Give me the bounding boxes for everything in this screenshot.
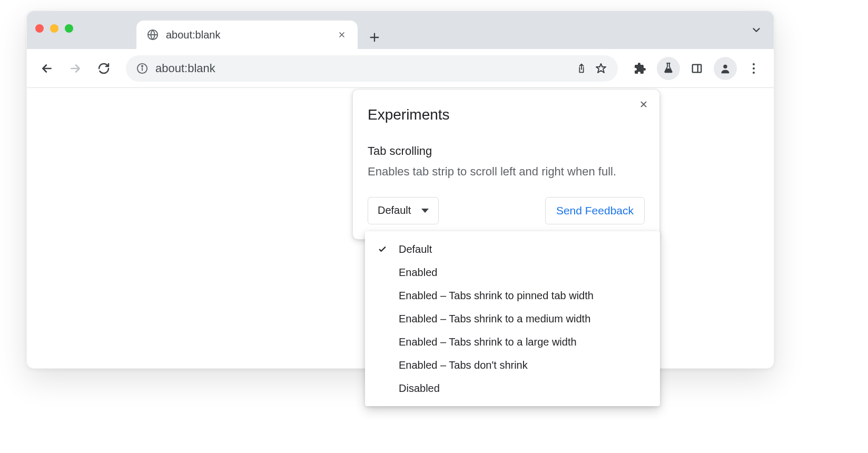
dropdown-item-label: Enabled <box>399 267 648 279</box>
omnibox-url: about:blank <box>155 62 215 75</box>
experiments-popup: Experiments Tab scrolling Enables tab st… <box>352 89 660 240</box>
dropdown-item-label: Default <box>399 243 648 255</box>
menu-button[interactable] <box>742 57 765 80</box>
star-icon[interactable] <box>595 62 607 75</box>
browser-window: about:blank about:blank <box>26 11 774 369</box>
svg-rect-4 <box>693 64 702 72</box>
share-icon[interactable] <box>576 63 587 74</box>
window-minimize-button[interactable] <box>50 24 58 33</box>
dropdown-item[interactable]: Enabled – Tabs shrink to a large width <box>365 330 660 353</box>
window-controls <box>35 24 73 33</box>
dropdown-item[interactable]: Enabled <box>365 261 660 284</box>
tab-close-button[interactable] <box>337 29 347 40</box>
send-feedback-button[interactable]: Send Feedback <box>545 197 645 224</box>
dropdown-item-label: Disabled <box>399 382 648 395</box>
window-close-button[interactable] <box>35 24 44 33</box>
experiment-dropdown: DefaultEnabledEnabled – Tabs shrink to p… <box>365 231 660 406</box>
send-feedback-label: Send Feedback <box>556 204 634 217</box>
experiment-name: Tab scrolling <box>368 144 645 158</box>
window-maximize-button[interactable] <box>65 24 73 33</box>
profile-button[interactable] <box>714 57 737 80</box>
toolbar: about:blank <box>27 49 774 88</box>
experiment-select[interactable]: Default <box>368 197 439 224</box>
tab-strip: about:blank <box>27 11 774 49</box>
info-icon[interactable] <box>136 63 148 74</box>
address-bar[interactable]: about:blank <box>126 55 618 82</box>
svg-point-3 <box>142 65 143 66</box>
forward-button[interactable] <box>64 57 87 80</box>
dropdown-item[interactable]: Enabled – Tabs don't shrink <box>365 353 660 377</box>
tabs-menu-button[interactable] <box>751 24 762 36</box>
dropdown-item-label: Enabled – Tabs shrink to a medium width <box>399 313 648 325</box>
tab[interactable]: about:blank <box>136 21 358 49</box>
check-icon <box>377 244 388 254</box>
globe-icon <box>147 29 159 41</box>
dropdown-item[interactable]: Disabled <box>365 377 660 400</box>
experiments-button[interactable] <box>657 57 680 80</box>
svg-point-6 <box>723 64 727 68</box>
dropdown-item-label: Enabled – Tabs don't shrink <box>399 359 648 371</box>
new-tab-button[interactable] <box>363 26 386 49</box>
reload-button[interactable] <box>92 57 115 80</box>
dropdown-item-label: Enabled – Tabs shrink to pinned tab widt… <box>399 290 648 302</box>
back-button[interactable] <box>35 57 58 80</box>
experiment-description: Enables tab strip to scroll left and rig… <box>368 163 645 180</box>
dropdown-item[interactable]: Enabled – Tabs shrink to a medium width <box>365 307 660 330</box>
caret-down-icon <box>421 209 429 213</box>
dropdown-item[interactable]: Default <box>365 238 660 261</box>
popup-close-button[interactable] <box>635 96 652 113</box>
dropdown-item[interactable]: Enabled – Tabs shrink to pinned tab widt… <box>365 284 660 307</box>
popup-title: Experiments <box>368 106 645 123</box>
tabs-container: about:blank <box>136 11 386 49</box>
extensions-button[interactable] <box>628 57 652 80</box>
side-panel-button[interactable] <box>685 57 708 80</box>
dropdown-item-label: Enabled – Tabs shrink to a large width <box>399 336 648 348</box>
tab-title: about:blank <box>166 29 329 41</box>
select-value: Default <box>378 204 411 216</box>
vertical-dots-icon <box>753 63 755 74</box>
